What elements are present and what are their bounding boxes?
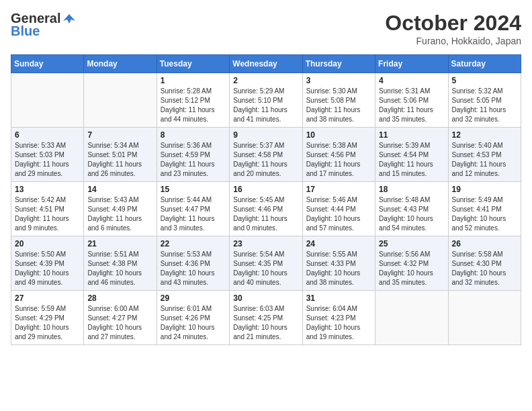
cell-info: Sunrise: 5:37 AMSunset: 4:58 PMDaylight:… [233, 141, 298, 179]
cell-info: Sunrise: 6:03 AMSunset: 4:25 PMDaylight:… [233, 304, 298, 342]
calendar-cell: 7Sunrise: 5:34 AMSunset: 5:01 PMDaylight… [84, 128, 157, 182]
day-number: 16 [233, 185, 298, 194]
day-number: 6 [15, 130, 80, 140]
cell-info: Sunrise: 5:42 AMSunset: 4:51 PMDaylight:… [15, 195, 80, 233]
calendar-cell: 3Sunrise: 5:30 AMSunset: 5:08 PMDaylight… [302, 73, 375, 128]
calendar-cell: 26Sunrise: 5:58 AMSunset: 4:30 PMDayligh… [448, 236, 521, 291]
day-number: 26 [452, 239, 517, 248]
day-number: 21 [87, 239, 152, 248]
calendar-cell: 20Sunrise: 5:50 AMSunset: 4:39 PMDayligh… [11, 236, 84, 291]
day-number: 23 [233, 239, 298, 248]
calendar-cell [11, 73, 84, 128]
cell-info: Sunrise: 5:59 AMSunset: 4:29 PMDaylight:… [15, 304, 80, 342]
location-title: Furano, Hokkaido, Japan [385, 36, 521, 46]
day-number: 3 [306, 76, 371, 85]
header-friday: Friday [375, 55, 448, 73]
calendar-cell: 1Sunrise: 5:28 AMSunset: 5:12 PMDaylight… [157, 73, 229, 128]
cell-info: Sunrise: 5:36 AMSunset: 4:59 PMDaylight:… [161, 141, 226, 179]
calendar-cell: 6Sunrise: 5:33 AMSunset: 5:03 PMDaylight… [11, 128, 84, 182]
calendar-header-row: SundayMondayTuesdayWednesdayThursdayFrid… [11, 55, 521, 73]
header-tuesday: Tuesday [157, 55, 229, 73]
cell-info: Sunrise: 5:38 AMSunset: 4:56 PMDaylight:… [306, 141, 371, 179]
calendar-cell: 13Sunrise: 5:42 AMSunset: 4:51 PMDayligh… [11, 182, 84, 236]
page-header: General Blue October 2024 Furano, Hokkai… [11, 11, 521, 46]
calendar-cell: 15Sunrise: 5:44 AMSunset: 4:47 PMDayligh… [157, 182, 229, 236]
calendar-cell: 31Sunrise: 6:04 AMSunset: 4:23 PMDayligh… [302, 291, 375, 345]
day-number: 10 [306, 130, 371, 140]
calendar-cell: 18Sunrise: 5:48 AMSunset: 4:43 PMDayligh… [375, 182, 448, 236]
day-number: 19 [452, 185, 517, 194]
calendar-cell: 16Sunrise: 5:45 AMSunset: 4:46 PMDayligh… [230, 182, 302, 236]
cell-info: Sunrise: 6:00 AMSunset: 4:27 PMDaylight:… [87, 304, 152, 342]
calendar-week-row: 13Sunrise: 5:42 AMSunset: 4:51 PMDayligh… [11, 182, 521, 236]
calendar-cell: 8Sunrise: 5:36 AMSunset: 4:59 PMDaylight… [157, 128, 229, 182]
calendar-cell: 12Sunrise: 5:40 AMSunset: 4:53 PMDayligh… [448, 128, 521, 182]
svg-marker-0 [63, 14, 75, 24]
day-number: 28 [87, 293, 152, 303]
calendar-week-row: 27Sunrise: 5:59 AMSunset: 4:29 PMDayligh… [11, 291, 521, 345]
day-number: 20 [15, 239, 80, 248]
calendar-cell [84, 73, 157, 128]
day-number: 9 [233, 130, 298, 140]
calendar-cell: 25Sunrise: 5:56 AMSunset: 4:32 PMDayligh… [375, 236, 448, 291]
day-number: 11 [379, 130, 444, 140]
title-area: October 2024 Furano, Hokkaido, Japan [385, 11, 521, 46]
day-number: 31 [306, 293, 371, 303]
calendar-cell: 21Sunrise: 5:51 AMSunset: 4:38 PMDayligh… [84, 236, 157, 291]
logo-blue-text: Blue [11, 24, 40, 39]
calendar-week-row: 20Sunrise: 5:50 AMSunset: 4:39 PMDayligh… [11, 236, 521, 291]
cell-info: Sunrise: 5:50 AMSunset: 4:39 PMDaylight:… [15, 250, 80, 287]
cell-info: Sunrise: 5:32 AMSunset: 5:05 PMDaylight:… [452, 87, 517, 124]
header-thursday: Thursday [302, 55, 375, 73]
cell-info: Sunrise: 5:58 AMSunset: 4:30 PMDaylight:… [452, 250, 517, 287]
cell-info: Sunrise: 5:51 AMSunset: 4:38 PMDaylight:… [87, 250, 152, 287]
cell-info: Sunrise: 5:46 AMSunset: 4:44 PMDaylight:… [306, 195, 371, 233]
header-saturday: Saturday [448, 55, 521, 73]
day-number: 27 [15, 293, 80, 303]
calendar-cell: 28Sunrise: 6:00 AMSunset: 4:27 PMDayligh… [84, 291, 157, 345]
day-number: 30 [233, 293, 298, 303]
calendar-week-row: 1Sunrise: 5:28 AMSunset: 5:12 PMDaylight… [11, 73, 521, 128]
cell-info: Sunrise: 5:53 AMSunset: 4:36 PMDaylight:… [161, 250, 226, 287]
day-number: 12 [452, 130, 517, 140]
calendar-cell: 19Sunrise: 5:49 AMSunset: 4:41 PMDayligh… [448, 182, 521, 236]
day-number: 14 [87, 185, 152, 194]
logo: General Blue [11, 11, 77, 39]
cell-info: Sunrise: 5:29 AMSunset: 5:10 PMDaylight:… [233, 87, 298, 124]
calendar-table: SundayMondayTuesdayWednesdayThursdayFrid… [11, 54, 521, 345]
day-number: 5 [452, 76, 517, 85]
day-number: 29 [161, 293, 226, 303]
day-number: 24 [306, 239, 371, 248]
day-number: 18 [379, 185, 444, 194]
day-number: 1 [161, 76, 226, 85]
header-sunday: Sunday [11, 55, 84, 73]
day-number: 7 [87, 130, 152, 140]
day-number: 4 [379, 76, 444, 85]
day-number: 17 [306, 185, 371, 194]
logo-bird-icon [62, 11, 77, 26]
cell-info: Sunrise: 5:40 AMSunset: 4:53 PMDaylight:… [452, 141, 517, 179]
day-number: 15 [161, 185, 226, 194]
day-number: 13 [15, 185, 80, 194]
cell-info: Sunrise: 5:54 AMSunset: 4:35 PMDaylight:… [233, 250, 298, 287]
month-title: October 2024 [385, 11, 521, 36]
calendar-cell: 29Sunrise: 6:01 AMSunset: 4:26 PMDayligh… [157, 291, 229, 345]
day-number: 8 [161, 130, 226, 140]
header-wednesday: Wednesday [230, 55, 302, 73]
cell-info: Sunrise: 5:48 AMSunset: 4:43 PMDaylight:… [379, 195, 444, 233]
cell-info: Sunrise: 6:01 AMSunset: 4:26 PMDaylight:… [161, 304, 226, 342]
calendar-cell: 2Sunrise: 5:29 AMSunset: 5:10 PMDaylight… [230, 73, 302, 128]
day-number: 25 [379, 239, 444, 248]
day-number: 2 [233, 76, 298, 85]
cell-info: Sunrise: 5:44 AMSunset: 4:47 PMDaylight:… [161, 195, 226, 233]
calendar-cell: 23Sunrise: 5:54 AMSunset: 4:35 PMDayligh… [230, 236, 302, 291]
calendar-cell [375, 291, 448, 345]
cell-info: Sunrise: 5:31 AMSunset: 5:06 PMDaylight:… [379, 87, 444, 124]
cell-info: Sunrise: 5:56 AMSunset: 4:32 PMDaylight:… [379, 250, 444, 287]
calendar-cell: 5Sunrise: 5:32 AMSunset: 5:05 PMDaylight… [448, 73, 521, 128]
day-number: 22 [161, 239, 226, 248]
calendar-cell [448, 291, 521, 345]
calendar-cell: 22Sunrise: 5:53 AMSunset: 4:36 PMDayligh… [157, 236, 229, 291]
cell-info: Sunrise: 5:39 AMSunset: 4:54 PMDaylight:… [379, 141, 444, 179]
calendar-cell: 9Sunrise: 5:37 AMSunset: 4:58 PMDaylight… [230, 128, 302, 182]
